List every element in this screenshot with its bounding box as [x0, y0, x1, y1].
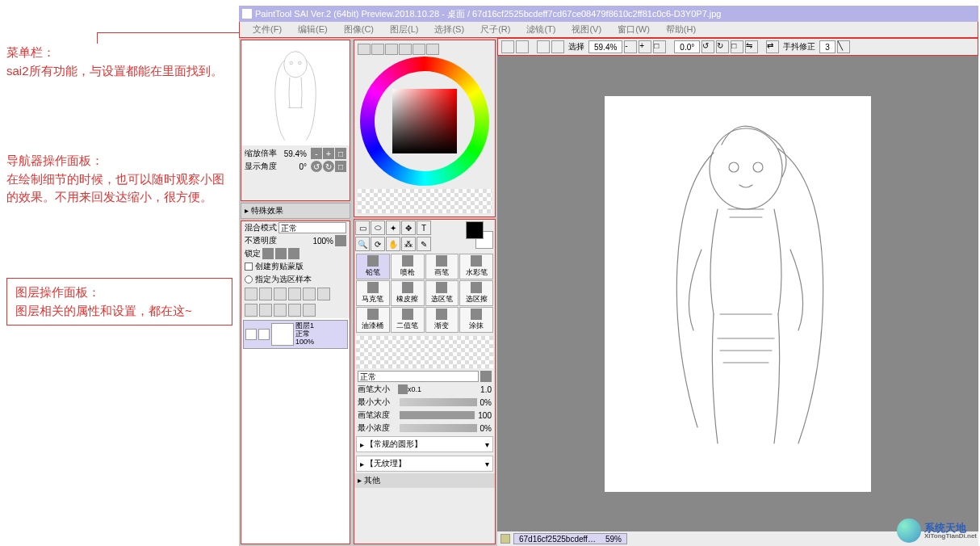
brush-bucket[interactable]: 油漆桶: [356, 307, 390, 333]
menu-image[interactable]: 图像(C): [336, 22, 382, 37]
transfer-down-button[interactable]: [245, 304, 258, 317]
brush-airbrush[interactable]: 喷枪: [391, 254, 425, 279]
swatches-tab[interactable]: [413, 44, 425, 55]
lasso-tool[interactable]: ⬭: [371, 220, 385, 235]
eyedropper-tool[interactable]: ⁂: [401, 237, 416, 251]
wand-tool[interactable]: ✦: [386, 220, 400, 235]
new-lineart-button[interactable]: [259, 288, 272, 300]
opacity-stepper[interactable]: [335, 235, 346, 246]
hsv-slider-tab[interactable]: [385, 44, 398, 55]
canvas[interactable]: [497, 56, 978, 531]
lock-all[interactable]: [288, 248, 299, 259]
zoom-tool[interactable]: 🔍: [355, 237, 370, 251]
rgb-slider-tab[interactable]: [371, 44, 384, 55]
zoom-fit-tb[interactable]: □: [653, 40, 666, 53]
menu-ruler[interactable]: 尺子(R): [472, 22, 518, 37]
rot-cw-tb[interactable]: ↻: [716, 40, 729, 53]
clear-layer-button[interactable]: [288, 304, 301, 317]
rot-ccw-tb[interactable]: ↺: [701, 40, 714, 53]
zoom-out-button[interactable]: -: [311, 148, 322, 159]
new-folder-button[interactable]: [274, 288, 287, 300]
hand-tool[interactable]: ✋: [386, 237, 400, 251]
brush-edge-button[interactable]: [480, 371, 492, 382]
menu-select[interactable]: 选择(S): [426, 22, 472, 37]
lock-pixels[interactable]: [262, 248, 274, 259]
menu-window[interactable]: 窗口(W): [609, 22, 658, 37]
color-wheel-tab[interactable]: [358, 44, 371, 55]
menu-layer[interactable]: 图层(L): [382, 22, 426, 37]
angle-box[interactable]: 0.0°: [674, 40, 700, 53]
other-header[interactable]: ▸ 其他: [354, 473, 495, 488]
color-swatch[interactable]: [466, 221, 493, 249]
clip-mask-checkbox[interactable]: [245, 262, 253, 271]
effects-header[interactable]: ▸ 特殊效果: [241, 204, 350, 218]
invert-sel-button[interactable]: [551, 40, 564, 53]
swatch-grid[interactable]: [358, 189, 492, 213]
mask-button[interactable]: [288, 288, 301, 300]
brush-marker[interactable]: 马克笔: [356, 280, 390, 306]
brush-seleraser[interactable]: 选区擦: [459, 280, 493, 306]
redo-button[interactable]: [516, 40, 529, 53]
titlebar[interactable]: PaintTool SAI Ver.2 (64bit) Preview.2018…: [239, 6, 978, 22]
zoom-box[interactable]: 59.4%: [588, 40, 622, 53]
apply-mask-button[interactable]: [303, 288, 316, 300]
zoom-in-tb[interactable]: +: [639, 40, 651, 53]
sv-square[interactable]: [392, 89, 457, 153]
rotate-tool[interactable]: ⟳: [371, 237, 385, 251]
brush-texture-select[interactable]: ▸ 【无纹理】 ▾: [356, 456, 493, 472]
menu-filter[interactable]: 滤镜(T): [518, 22, 563, 37]
fg-color[interactable]: [466, 221, 484, 239]
brush-tool[interactable]: ✎: [417, 237, 431, 251]
menu-file[interactable]: 文件(F): [245, 22, 290, 37]
flatten-button[interactable]: [274, 304, 287, 317]
line-tool-tb[interactable]: ╲: [837, 40, 850, 53]
selsource-row[interactable]: 指定为选区样本: [241, 273, 350, 286]
min-density-slider[interactable]: [400, 424, 477, 432]
scratchpad-tab[interactable]: [426, 44, 439, 55]
stabilizer-value[interactable]: 3: [819, 40, 836, 53]
rotate-reset-button[interactable]: □: [335, 161, 346, 172]
brush-brush[interactable]: 画笔: [425, 254, 459, 279]
undo-button[interactable]: [501, 40, 514, 53]
blend-mode-select[interactable]: 正常: [279, 222, 346, 233]
deselect-button[interactable]: [537, 40, 550, 53]
text-tool[interactable]: T: [417, 220, 431, 235]
brush-mode-select[interactable]: 正常: [358, 371, 479, 382]
move-tool[interactable]: ✥: [401, 220, 416, 235]
selsource-radio[interactable]: [245, 275, 253, 284]
navigator-thumbnail[interactable]: [241, 40, 350, 145]
menu-edit[interactable]: 编辑(E): [290, 22, 336, 37]
density-slider[interactable]: [400, 411, 475, 419]
merge-down-button[interactable]: [259, 304, 272, 317]
brush-blur[interactable]: 涂抹: [459, 307, 493, 333]
effects-header-panel[interactable]: ▸ 特殊效果: [241, 203, 350, 219]
brush-selpen[interactable]: 选区笔: [425, 280, 459, 306]
zoom-out-tb[interactable]: -: [624, 40, 637, 53]
brush-eraser[interactable]: 橡皮擦: [391, 280, 425, 306]
document-tab[interactable]: 67d16cf2525bcdeff… 59%: [513, 533, 627, 544]
zoom-in-button[interactable]: +: [323, 148, 334, 159]
size-step-button[interactable]: [398, 384, 408, 394]
color-wheel[interactable]: [360, 57, 489, 186]
brush-watercolor[interactable]: 水彩笔: [459, 254, 493, 279]
rotate-ccw-button[interactable]: ↺: [311, 161, 322, 172]
zoom-reset-button[interactable]: □: [335, 148, 346, 159]
flip-h-tb[interactable]: ⇋: [745, 40, 758, 53]
menu-help[interactable]: 帮助(H): [658, 22, 704, 37]
brush-pencil[interactable]: 铅笔: [356, 254, 390, 279]
lock-move[interactable]: [275, 248, 287, 259]
layer-item[interactable]: 图层1 正常 100%: [243, 320, 348, 349]
rect-select-tool[interactable]: ▭: [355, 220, 370, 235]
clip-mask-row[interactable]: 创建剪贴蒙版: [241, 260, 350, 273]
menu-view[interactable]: 视图(V): [563, 22, 609, 37]
rotate-cw-button[interactable]: ↻: [323, 161, 334, 172]
brush-gradient[interactable]: 渐变: [425, 307, 459, 333]
layer-visibility-toggle[interactable]: [245, 329, 257, 340]
brush-binary[interactable]: 二值笔: [391, 307, 425, 333]
delete-mask-button[interactable]: [317, 288, 330, 300]
delete-layer-button[interactable]: [303, 304, 316, 317]
new-layer-button[interactable]: [245, 288, 258, 300]
layer-edit-toggle[interactable]: [258, 329, 270, 340]
rot-reset-tb[interactable]: □: [731, 40, 743, 53]
min-size-slider[interactable]: [400, 398, 477, 406]
